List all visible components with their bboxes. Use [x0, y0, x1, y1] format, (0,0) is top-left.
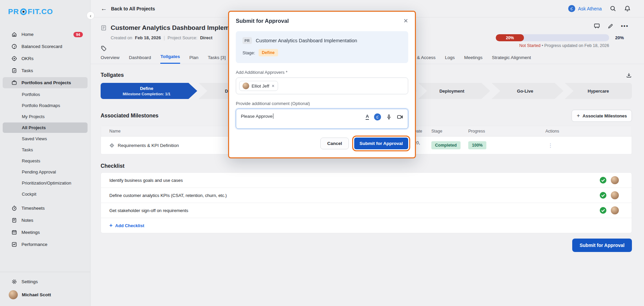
target-icon [11, 56, 17, 61]
tab-tasks[interactable]: Tasks [3] [208, 55, 226, 64]
created-label: Created on [111, 35, 132, 40]
project-type-badge: PR [243, 37, 252, 44]
checklist-heading: Checklist [101, 163, 124, 169]
search-icon[interactable] [610, 5, 616, 12]
checklist-item[interactable]: Identify business goals and use cases [101, 173, 632, 188]
sidebar-item-timesheets[interactable]: Timesheets [3, 203, 88, 214]
stage-label: Deployment [439, 89, 464, 94]
sidebar-item-my-projects[interactable]: My Projects [3, 111, 88, 122]
tab-dashboard[interactable]: Dashboard [129, 55, 151, 64]
highlight-box: Submit for Approval [354, 138, 408, 149]
sidebar-item-all-projects[interactable]: All Projects [3, 122, 88, 133]
sidebar-item-label: Notes [21, 218, 33, 223]
checklist-card: Identify business goals and use cases De… [101, 172, 632, 233]
logo-text-left: PR [8, 7, 19, 16]
sidebar-item-meetings[interactable]: Meetings [3, 227, 88, 238]
stage-hypercare[interactable]: Hypercare [565, 83, 632, 99]
download-icon[interactable] [626, 72, 632, 78]
modal-project-name: Customer Analytics Dashboard Implementat… [256, 38, 357, 43]
stage-define[interactable]: Define Milestone Completion: 1/1 [101, 83, 197, 99]
created-date: Feb 18, 2026 [135, 35, 161, 40]
milestone-actions-menu[interactable]: ⋮ [544, 142, 632, 149]
modal-project-card: PR Customer Analytics Dashboard Implemen… [236, 31, 408, 63]
sidebar-item-okrs[interactable]: OKRs [3, 53, 88, 64]
sidebar-item-requests[interactable]: Requests [3, 156, 88, 166]
associate-milestones-button[interactable]: + Associate Milestones [572, 110, 632, 122]
sidebar-item-settings[interactable]: Settings [3, 276, 88, 287]
tab-tollgates[interactable]: Tollgates [160, 54, 180, 64]
sidebar-item-saved-views[interactable]: Saved Views [3, 134, 88, 144]
sidebar-item-label: Home [21, 32, 34, 37]
comment-input[interactable]: Please Approve A [236, 109, 408, 129]
sidebar-item-notes[interactable]: Notes [3, 215, 88, 226]
sidebar: PR FIT.CO Home 94 Balanced Scorecard OKR… [0, 0, 91, 306]
text-format-icon[interactable]: A [366, 114, 369, 119]
clipboard-check-icon [11, 68, 17, 73]
notifications-bell-icon[interactable] [624, 5, 631, 12]
checklist-item[interactable]: Define customer analytics KPIs (CSAT, re… [101, 188, 632, 203]
progress-section: 20% 20% Not Started • Progress updated o… [490, 34, 624, 48]
edit-pencil-icon[interactable] [607, 23, 613, 29]
plus-icon: + [109, 222, 112, 228]
sidebar-collapse-button[interactable]: ‹ [87, 11, 95, 19]
sidebar-item-label: OKRs [21, 56, 34, 61]
stage-label: Go-Live [517, 89, 533, 94]
checklist-item-text: Identify business goals and use cases [109, 178, 599, 183]
back-to-all-projects[interactable]: ← Back to All Projects [101, 5, 155, 12]
sidebar-user[interactable]: Michael Scott [0, 288, 90, 301]
tab-users-access[interactable]: & Access [417, 55, 436, 64]
user-name: Michael Scott [22, 292, 51, 297]
add-checklist-button[interactable]: + Add Checklist [101, 218, 632, 233]
performance-chart-icon [11, 242, 17, 247]
approvers-input[interactable]: Elliot Jeff ✕ [236, 78, 408, 94]
avatar [9, 290, 18, 299]
sidebar-item-label: My Projects [22, 114, 45, 119]
remove-approver-icon[interactable]: ✕ [272, 84, 275, 88]
comment-text-value: Please Approve [241, 114, 273, 119]
stage-go-live[interactable]: Go-Live [491, 83, 563, 99]
sidebar-item-portfolios[interactable]: Portfolios [3, 89, 88, 100]
tab-plan[interactable]: Plan [190, 55, 199, 64]
sidebar-item-prioritization-optimization[interactable]: Prioritization/Optimization [3, 178, 88, 188]
stage-deployment[interactable]: Deployment [418, 83, 490, 99]
ask-athena-button[interactable]: Ask Athena [568, 5, 602, 12]
gear-icon [11, 279, 17, 285]
column-stage: Stage [430, 129, 467, 134]
sidebar-item-pending-approval[interactable]: Pending Approval [3, 167, 88, 177]
cancel-button[interactable]: Cancel [320, 138, 348, 149]
meta-divider: | [164, 35, 165, 41]
column-progress: Progress [467, 129, 544, 134]
tollgates-heading: Tollgates [101, 72, 124, 78]
presentation-board-icon[interactable] [594, 23, 600, 29]
sidebar-item-tasks-sub[interactable]: Tasks [3, 145, 88, 155]
submit-for-approval-modal: Submit for Approval ✕ PR Customer Analyt… [228, 11, 416, 158]
sidebar-item-tasks[interactable]: Tasks [3, 65, 88, 76]
close-icon[interactable]: ✕ [404, 17, 408, 24]
sidebar-item-label: Performance [21, 242, 47, 247]
tab-meetings[interactable]: Meetings [464, 55, 483, 64]
sidebar-item-label: Tasks [21, 68, 33, 73]
milestone-name: Requirements & KPI Definition [118, 143, 179, 148]
sidebar-item-balanced-scorecard[interactable]: Balanced Scorecard [3, 41, 88, 52]
sidebar-item-performance[interactable]: Performance [3, 239, 88, 250]
more-options-icon[interactable]: ••• [621, 23, 629, 29]
sidebar-item-cockpit[interactable]: Cockpit [3, 189, 88, 199]
submit-for-approval-page-button[interactable]: Submit for Approval [572, 239, 632, 252]
sidebar-item-portfolio-roadmaps[interactable]: Portfolio Roadmaps [3, 100, 88, 111]
athena-icon[interactable] [374, 113, 381, 120]
tab-logs[interactable]: Logs [445, 55, 455, 64]
athena-icon [568, 5, 575, 12]
video-camera-icon[interactable] [397, 114, 403, 120]
comment-field-label: Provide additional comment (Optional) [236, 101, 408, 106]
approver-name: Elliot Jeff [252, 84, 269, 89]
tab-overview[interactable]: Overview [101, 55, 119, 64]
progress-updated-text: Progress updated on Feb 18, 2026 [544, 43, 609, 48]
submit-for-approval-modal-button[interactable]: Submit for Approval [354, 138, 408, 149]
checklist-item[interactable]: Get stakeholder sign-off on requirements [101, 203, 632, 218]
sidebar-item-label: Prioritization/Optimization [22, 181, 71, 186]
milestone-progress-badge: 100% [468, 141, 486, 149]
tab-strategic-alignment[interactable]: Strategic Alignment [492, 55, 531, 64]
sidebar-item-home[interactable]: Home 94 [3, 29, 88, 40]
sidebar-item-portfolios-and-projects[interactable]: Portfolios and Projects [3, 77, 88, 88]
microphone-icon[interactable] [386, 114, 392, 120]
